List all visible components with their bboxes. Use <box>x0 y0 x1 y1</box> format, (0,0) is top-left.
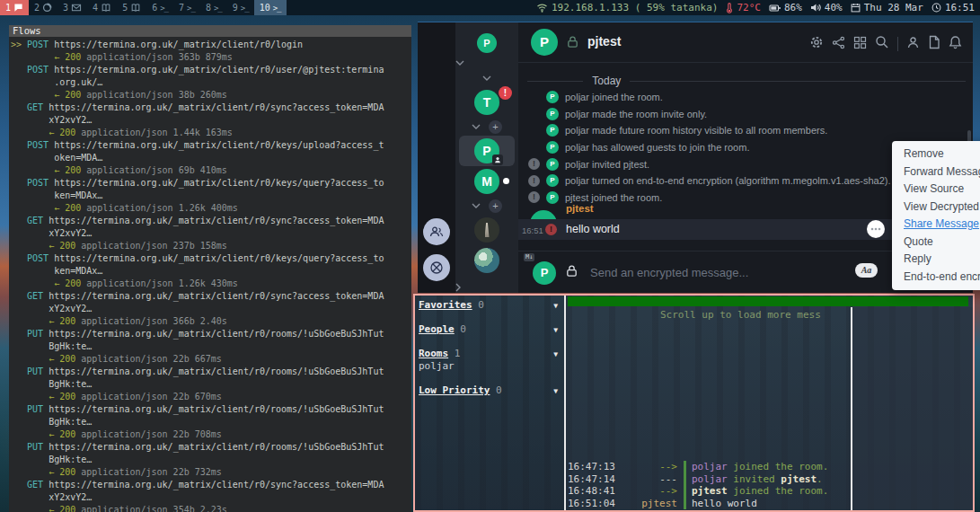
room-avatar-item[interactable]: P <box>459 136 515 166</box>
person-icon[interactable] <box>906 36 920 53</box>
event-avatar: P <box>546 191 559 204</box>
chat-lines: 16:47:13-->poljar joined the room.16:47:… <box>568 461 828 509</box>
workspace-9[interactable]: 9>_ <box>227 0 254 15</box>
warning-icon: ! <box>528 175 540 187</box>
message-input[interactable]: Send an encrypted message... <box>590 266 748 279</box>
day-separator: Today <box>527 75 966 87</box>
section-header[interactable]: + <box>455 197 518 215</box>
gear-icon[interactable] <box>809 35 824 53</box>
flow-entry[interactable]: PUT https://termina.org.uk/_matrix/clien… <box>11 366 411 403</box>
chevron-right-icon[interactable] <box>455 283 461 292</box>
separator-line <box>630 81 966 82</box>
buffer-group[interactable]: Favorites 0▼ <box>415 299 564 312</box>
menu-item-end-to-end-encry[interactable]: End-to-end encry <box>892 269 980 287</box>
menu-item-view-decrypted-s[interactable]: View Decrypted S <box>892 199 980 216</box>
prefix-separator <box>684 473 686 486</box>
timeline-event[interactable]: !Ppoljar made future room history visibl… <box>528 122 973 139</box>
menu-item-share-message[interactable]: Share Message <box>892 216 980 234</box>
timeline-event[interactable]: !Ppoljar made the room invite only. <box>528 106 973 123</box>
separator-line <box>527 81 583 82</box>
thermometer-icon <box>726 3 733 13</box>
flow-entry[interactable]: PUT https://termina.org.uk/_matrix/clien… <box>11 441 411 479</box>
share-icon[interactable] <box>832 36 845 53</box>
weechat-window: Favorites 0▼People 0▼Rooms 1▼poljarLow P… <box>413 294 975 512</box>
book-icon <box>130 3 141 13</box>
buffer-group[interactable]: People 0▼ <box>415 323 564 336</box>
menu-item-reply[interactable]: Reply <box>892 251 980 269</box>
buffer-list: Favorites 0▼People 0▼Rooms 1▼poljarLow P… <box>415 296 564 510</box>
chevron-down-icon[interactable] <box>455 59 464 66</box>
flow-entry[interactable]: GET https://termina.org.uk/_matrix/clien… <box>11 290 411 328</box>
flow-entry[interactable]: POST https://termina.org.uk/_matrix/clie… <box>11 252 411 290</box>
flow-entry[interactable]: POST https://termina.org.uk/_matrix/clie… <box>11 139 411 177</box>
flow-entry[interactable]: POST https://termina.org.uk/_matrix/clie… <box>11 64 411 102</box>
nicklist <box>852 307 973 510</box>
menu-item-view-source[interactable]: View Source <box>892 181 980 199</box>
status-thermometer: 72°C <box>726 2 761 13</box>
search-icon[interactable] <box>875 35 889 53</box>
explore-button[interactable] <box>423 254 450 281</box>
dm-indicator-icon <box>492 154 503 165</box>
flow-entry[interactable]: >> POST https://termina.org.uk/_matrix/c… <box>11 39 411 64</box>
add-room-button[interactable]: + <box>489 120 502 134</box>
room-avatar-item[interactable] <box>455 245 518 276</box>
bell-icon[interactable] <box>949 35 962 53</box>
flow-entry[interactable]: GET https://termina.org.uk/_matrix/clien… <box>11 215 411 252</box>
unread-badge: ! <box>499 86 512 100</box>
workspace-6[interactable]: 6>_ <box>146 0 173 15</box>
message-options-button[interactable] <box>867 220 885 238</box>
flow-entry[interactable]: GET https://termina.org.uk/_matrix/clien… <box>11 479 411 512</box>
workspace-5[interactable]: 5 <box>117 0 146 15</box>
buffer-group[interactable]: Rooms 1▼poljar <box>415 348 564 373</box>
chevron-down-icon <box>472 203 481 208</box>
event-avatar: P <box>546 174 559 187</box>
notice-clip: Scroll up to load more mess <box>566 308 851 321</box>
chat-message: 16:47:14---poljar invited pjtest. <box>568 473 828 486</box>
workspace-2[interactable]: 2 <box>29 0 57 15</box>
workspace-8[interactable]: 8>_ <box>200 0 227 15</box>
workspace-10[interactable]: 10>_ <box>254 0 287 15</box>
warning-icon: ! <box>528 158 540 170</box>
timeline-event[interactable]: !Ppoljar joined the room. <box>528 89 973 106</box>
flow-entry[interactable]: GET https://termina.org.uk/_matrix/clien… <box>11 102 411 139</box>
status-battery: 86% <box>769 2 802 13</box>
status-speaker: 40% <box>810 2 843 13</box>
chevron-down-icon <box>472 124 481 129</box>
flow-entry[interactable]: PUT https://termina.org.uk/_matrix/clien… <box>11 403 411 441</box>
add-room-button[interactable]: + <box>489 199 502 213</box>
user-avatar[interactable]: P <box>477 33 497 53</box>
wifi-icon <box>536 3 548 13</box>
people-icon <box>429 225 444 238</box>
room-avatar <box>474 248 499 273</box>
workspace-7[interactable]: 7>_ <box>173 0 200 15</box>
buffer-group[interactable]: Low Priority 0▼ <box>415 384 564 397</box>
markdown-badge[interactable]: M↓ <box>524 253 534 261</box>
element-window: P T!+PM+ P pjtest Today !Ppoljar joined … <box>418 22 973 293</box>
flow-entry[interactable]: PUT https://termina.org.uk/_matrix/clien… <box>11 328 411 366</box>
menu-item-quote[interactable]: Quote <box>892 234 980 252</box>
room-avatar-item[interactable]: T! <box>455 87 518 118</box>
workspace-4[interactable]: 4 <box>87 0 117 15</box>
event-avatar: P <box>546 108 559 120</box>
chevron-down-icon <box>482 75 491 81</box>
flows-window: Flows >> POST https://termina.org.uk/_ma… <box>9 25 411 512</box>
format-button[interactable]: Aa <box>855 263 878 278</box>
room-list-panel: P T!+PM+ <box>455 22 518 293</box>
flow-entry[interactable]: POST https://termina.org.uk/_matrix/clie… <box>11 177 411 215</box>
day-separator-label: Today <box>592 75 621 87</box>
buffer-child[interactable]: poljar <box>415 360 564 373</box>
menu-item-remove[interactable]: Remove <box>892 146 980 163</box>
grid-icon[interactable] <box>853 36 867 53</box>
room-avatar-item[interactable] <box>455 215 518 245</box>
section-header[interactable] <box>455 69 518 87</box>
room-avatar[interactable]: P <box>531 29 558 56</box>
status-wifi: 192.168.1.133 ( 59% tatanka) <box>536 2 718 13</box>
menu-item-forward-message[interactable]: Forward Message <box>892 163 980 181</box>
workspace-1[interactable]: 1 <box>0 0 29 15</box>
section-header[interactable]: + <box>455 118 518 136</box>
file-icon[interactable] <box>928 35 940 53</box>
status-area: 192.168.1.133 ( 59% tatanka)72°C86%40%Th… <box>536 2 980 13</box>
room-avatar-item[interactable]: M <box>455 166 518 197</box>
people-button[interactable] <box>423 218 450 245</box>
workspace-3[interactable]: 3 <box>57 0 87 15</box>
